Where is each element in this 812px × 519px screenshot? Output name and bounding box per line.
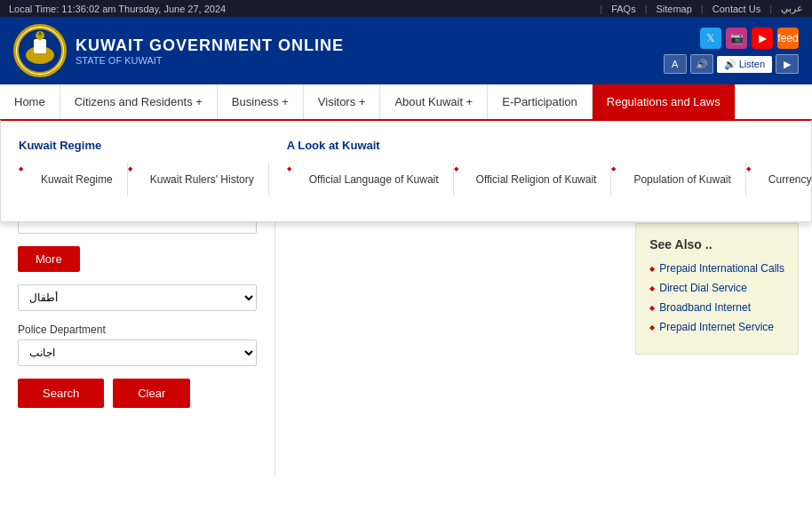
- menu-item[interactable]: Kuwait Regime: [19, 163, 128, 196]
- youtube-icon[interactable]: ▶: [752, 28, 773, 49]
- broadband-link[interactable]: Broadband Internet: [659, 301, 751, 314]
- dropdown1-group: أطفال: [18, 284, 257, 311]
- nav-regulations[interactable]: Regulations and Laws: [593, 84, 736, 119]
- menu-item[interactable]: Official Language of Kuwait: [287, 163, 454, 196]
- nav-business[interactable]: Business +: [218, 84, 304, 119]
- department-group: Police Department اجانب: [18, 323, 257, 366]
- play-icon[interactable]: ▶: [776, 54, 799, 74]
- listen-bar: A 🔊 🔊 Listen ▶: [664, 54, 799, 74]
- nav-about[interactable]: About Kuwait +: [380, 84, 488, 119]
- prepaid-internet-link[interactable]: Prepaid Internet Service: [659, 321, 774, 333]
- header: KUWAIT GOVERNMENT ONLINE STATE OF KUWAIT…: [0, 17, 812, 84]
- site-title: KUWAIT GOVERNMENT ONLINE STATE OF KUWAIT: [76, 36, 344, 66]
- nav-home[interactable]: Home: [0, 84, 60, 119]
- listen-button[interactable]: 🔊 Listen: [717, 56, 772, 73]
- main-nav: Home Citizens and Residents + Business +…: [0, 84, 812, 122]
- see-also-box: See Also .. Prepaid International Calls …: [635, 223, 799, 355]
- contact-us-link[interactable]: Contact Us: [712, 4, 760, 14]
- clear-button[interactable]: Clear: [113, 379, 190, 408]
- prepaid-intl-link[interactable]: Prepaid International Calls: [659, 262, 784, 275]
- sitemap-link[interactable]: Sitemap: [657, 4, 692, 14]
- pipe: |: [600, 4, 602, 14]
- menu-item[interactable]: Kuwait Rulers' History: [128, 163, 269, 196]
- nav-eparticipation[interactable]: E-Participation: [488, 84, 593, 119]
- department-select[interactable]: اجانب: [18, 339, 257, 366]
- category-select[interactable]: أطفال: [18, 284, 257, 311]
- see-also-item[interactable]: Direct Dial Service: [649, 282, 784, 294]
- see-also-item[interactable]: Prepaid Internet Service: [649, 321, 784, 333]
- mega-menu: Kuwait Regime Kuwait Regime Kuwait Ruler…: [0, 119, 812, 222]
- more-button[interactable]: More: [18, 246, 80, 272]
- nav-visitors[interactable]: Visitors +: [304, 84, 381, 119]
- btn-row: Search Clear: [18, 379, 257, 408]
- svg-rect-2: [34, 39, 46, 53]
- see-also-item[interactable]: Prepaid International Calls: [649, 262, 784, 275]
- menu-item[interactable]: Population of Kuwait: [611, 163, 745, 196]
- arabic-link[interactable]: عربي: [781, 3, 803, 14]
- mega-col-lookatkuwait: A Look at Kuwait Official Language of Ku…: [287, 139, 812, 204]
- datetime: Local Time: 11:36:02 am Thursday, June 2…: [9, 4, 226, 14]
- dept-label: Police Department: [18, 323, 257, 336]
- search-button[interactable]: Search: [18, 379, 104, 408]
- logo-area: KUWAIT GOVERNMENT ONLINE STATE OF KUWAIT: [13, 24, 344, 77]
- text-icon[interactable]: A: [664, 54, 687, 74]
- top-bar: Local Time: 11:36:02 am Thursday, June 2…: [0, 0, 812, 17]
- see-also-heading: See Also ..: [649, 237, 784, 252]
- top-links: | FAQs | Sitemap | Contact Us | عربي: [600, 3, 803, 14]
- speaker-icon[interactable]: 🔊: [690, 54, 713, 74]
- faqs-link[interactable]: FAQs: [611, 4, 636, 14]
- nav-citizens[interactable]: Citizens and Residents +: [60, 84, 218, 119]
- header-right: 𝕏 📷 ▶ feed A 🔊 🔊 Listen ▶: [664, 28, 799, 74]
- menu-item[interactable]: Currency of Kuwait: [746, 163, 812, 196]
- direct-dial-link[interactable]: Direct Dial Service: [659, 282, 747, 294]
- social-icons: 𝕏 📷 ▶ feed: [700, 28, 799, 49]
- rss-icon[interactable]: feed: [777, 28, 799, 49]
- mega-col-regime: Kuwait Regime Kuwait Regime Kuwait Ruler…: [19, 139, 269, 204]
- see-also-item[interactable]: Broadband Internet: [649, 301, 784, 314]
- menu-item[interactable]: Official Religion of Kuwait: [454, 163, 612, 196]
- instagram-icon[interactable]: 📷: [726, 28, 747, 49]
- logo: [13, 24, 67, 77]
- twitter-icon[interactable]: 𝕏: [700, 28, 721, 49]
